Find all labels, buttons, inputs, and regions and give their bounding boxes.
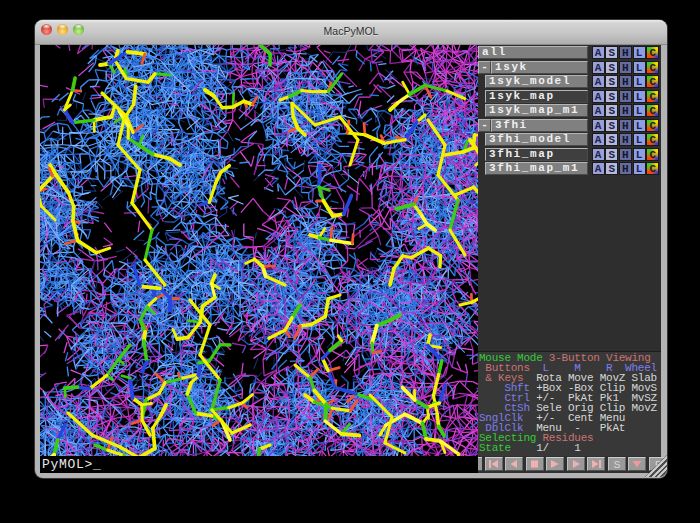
svg-text:S: S — [614, 459, 621, 470]
